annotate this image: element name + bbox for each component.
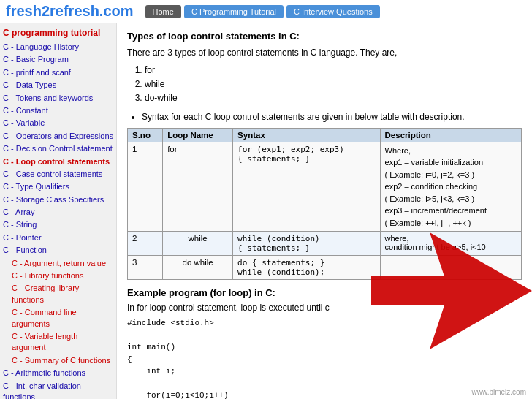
sidebar-link[interactable]: C - Variable length argument <box>3 330 113 354</box>
cell-sno: 1 <box>128 142 163 232</box>
cell-loop-name: do while <box>163 256 233 280</box>
sidebar-link[interactable]: C - Operators and Expressions <box>3 130 113 142</box>
sidebar-link[interactable]: C - Constant <box>3 104 113 117</box>
main-layout: C programming tutorial C - Language Hist… <box>0 23 532 399</box>
table-row: 2 while while (condition) { statements; … <box>128 232 522 256</box>
code-section: Example program (for loop) in C: In for … <box>127 287 522 399</box>
nav-home[interactable]: Home <box>145 5 181 18</box>
cell-desc: Where,exp1 – variable initialization( Ex… <box>380 142 521 232</box>
sidebar-link[interactable]: C - Int, char validation functions <box>3 380 113 399</box>
cell-sno: 3 <box>128 256 163 280</box>
col-syntax: Syntax <box>233 128 380 142</box>
example-title: Example program (for loop) in C: <box>127 287 522 298</box>
site-logo[interactable]: fresh2refresh.com <box>6 3 134 20</box>
sidebar-link[interactable]: C - Command line arguments <box>3 306 113 330</box>
page-title: Types of loop control statements in C: <box>127 31 522 42</box>
sidebar-link[interactable]: C - Creating library functions <box>3 282 113 306</box>
list-item: while <box>145 77 522 91</box>
loop-types-list: for while do-while <box>145 64 522 106</box>
table-row: 3 do while do { statements; } while (con… <box>128 256 522 280</box>
nav-c-tutorial[interactable]: C Programming Tutorial <box>184 5 284 18</box>
sidebar-link[interactable]: C - String <box>3 218 113 231</box>
sidebar-link[interactable]: C - Basic Program <box>3 53 113 66</box>
content-area: Types of loop control statements in C: T… <box>117 23 532 399</box>
col-sno: S.no <box>128 128 163 142</box>
cell-syntax: for (exp1; exp2; exp3) { statements; } <box>233 142 380 232</box>
example-intro: In for loop control statement, loop is e… <box>127 301 522 314</box>
table-header-row: S.no Loop Name Syntax Description <box>128 128 522 142</box>
sidebar-link[interactable]: C - Argument, return value <box>3 257 113 270</box>
sidebar-link[interactable]: C - Variable <box>3 117 113 129</box>
nav-c-interview[interactable]: C Interview Questions <box>286 5 380 18</box>
watermark: www.bimeiz.com <box>472 388 526 396</box>
cell-sno: 2 <box>128 232 163 256</box>
list-item: do-while <box>145 91 522 105</box>
sidebar-link[interactable]: C - Loop control statements <box>3 156 113 168</box>
table-row: 1 for for (exp1; exp2; exp3) { statement… <box>128 142 522 232</box>
list-item: for <box>145 64 522 77</box>
sidebar-link[interactable]: C - Library functions <box>3 270 113 282</box>
cell-loop-name: for <box>163 142 233 232</box>
sidebar: C programming tutorial C - Language Hist… <box>0 23 117 399</box>
cell-desc: where,condition might be a>5, i<10 <box>380 232 521 256</box>
sidebar-link[interactable]: C - Function <box>3 244 113 256</box>
sidebar-link[interactable]: C - Tokens and keywords <box>3 92 113 104</box>
col-desc: Description <box>380 128 521 142</box>
loop-table: S.no Loop Name Syntax Description 1 for … <box>127 128 522 281</box>
sidebar-link[interactable]: C - Type Qualifiers <box>3 180 113 193</box>
syntax-note: Syntax for each C loop control statement… <box>142 110 522 123</box>
sidebar-link[interactable]: C - Data Types <box>3 79 113 91</box>
sidebar-link[interactable]: C - Pointer <box>3 232 113 244</box>
col-loop-name: Loop Name <box>163 128 233 142</box>
sidebar-link[interactable]: C - Storage Class Specifiers <box>3 194 113 206</box>
code-block: #include <stdio.h> int main() { int i; f… <box>127 317 522 399</box>
sidebar-link[interactable]: C - Case control statements <box>3 168 113 180</box>
cell-loop-name: while <box>163 232 233 256</box>
header: fresh2refresh.com Home C Programming Tut… <box>0 0 532 23</box>
sidebar-link[interactable]: C - Summary of C functions <box>3 354 113 367</box>
sidebar-link[interactable]: C - Arithmetic functions <box>3 367 113 379</box>
cell-syntax: do { statements; } while (condition); <box>233 256 380 280</box>
sidebar-title: C programming tutorial <box>3 28 113 38</box>
sidebar-link[interactable]: C - Array <box>3 206 113 218</box>
syntax-note-list: Syntax for each C loop control statement… <box>142 110 522 123</box>
sidebar-link[interactable]: C - Language History <box>3 41 113 53</box>
sidebar-link[interactable]: C - printf and scanf <box>3 66 113 79</box>
cell-desc <box>380 256 521 280</box>
cell-syntax: while (condition) { statements; } <box>233 232 380 256</box>
intro-text: There are 3 types of loop control statem… <box>127 46 522 59</box>
sidebar-link[interactable]: C - Decision Control statement <box>3 142 113 155</box>
